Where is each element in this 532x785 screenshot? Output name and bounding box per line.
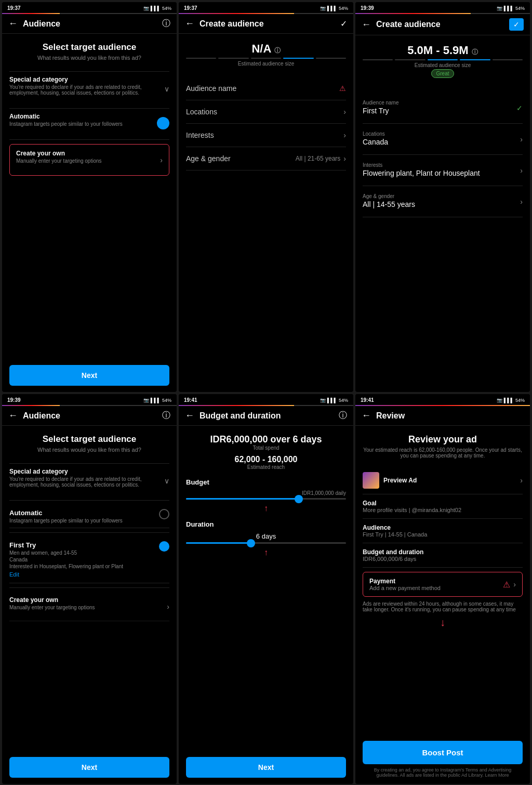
automatic-row[interactable]: Automatic Instagram targets people simil… bbox=[9, 113, 169, 133]
nav-title-4: Audience bbox=[23, 411, 162, 421]
age-gender-chevron[interactable]: › bbox=[343, 154, 346, 163]
first-try-option[interactable]: First Try Men and women, aged 14-55 Cana… bbox=[9, 537, 169, 583]
page-title-4: Select target audience bbox=[9, 434, 169, 444]
automatic-radio-4[interactable] bbox=[159, 509, 169, 519]
battery-2: 54% bbox=[339, 6, 348, 11]
info-icon-1[interactable]: ⓘ bbox=[162, 18, 170, 29]
budget-duration-row: Budget and duration IDR6,000,000/6 days bbox=[363, 543, 523, 568]
nav-title-1: Audience bbox=[23, 19, 162, 29]
payment-chevron[interactable]: › bbox=[513, 580, 516, 588]
locations-row[interactable]: Locations › bbox=[186, 100, 346, 124]
age-gender-row-3[interactable]: Age & gender All | 14-55 years › bbox=[363, 186, 523, 217]
special-ad-info: Special ad category You're required to d… bbox=[9, 76, 164, 102]
screen6-content: Review your ad Your estimated reach is 6… bbox=[355, 426, 530, 735]
age-gender-row[interactable]: Age & gender All | 21-65 years › bbox=[186, 147, 346, 171]
budget-header: IDR6,000,000 over 6 days Total spend bbox=[186, 434, 346, 451]
back-button-1[interactable]: ← bbox=[8, 18, 18, 29]
next-button-5[interactable]: Next bbox=[186, 757, 346, 778]
locations-chevron[interactable]: › bbox=[343, 108, 346, 116]
duration-thumb[interactable] bbox=[247, 539, 255, 547]
payment-alert-icon: ⚠ bbox=[503, 580, 510, 590]
next-button-1[interactable]: Next bbox=[9, 365, 169, 386]
budget-fill bbox=[186, 498, 298, 500]
alert-icon-name: ⚠ bbox=[339, 84, 346, 93]
size-bar-3 bbox=[251, 58, 281, 59]
payment-label: Payment bbox=[369, 578, 441, 585]
back-button-4[interactable]: ← bbox=[8, 410, 18, 421]
preview-ad-row[interactable]: Preview Ad › bbox=[363, 467, 523, 494]
nav-title-2: Create audience bbox=[200, 19, 340, 29]
create-own-chevron-4[interactable]: › bbox=[167, 603, 169, 611]
automatic-info-4: Automatic Instagram targets people simil… bbox=[9, 509, 155, 524]
create-own-desc-4: Manually enter your targeting options bbox=[9, 605, 95, 610]
info-icon-4[interactable]: ⓘ bbox=[162, 410, 170, 421]
size-sub-3: Estimated audience size bbox=[363, 62, 523, 68]
payment-row[interactable]: Payment Add a new payment method ⚠ › bbox=[363, 572, 523, 597]
locations-info-3: Locations Canada bbox=[363, 131, 388, 147]
status-icons-4: 📷 ▌▌▌ 54% bbox=[143, 398, 171, 403]
progress-bar-1 bbox=[2, 13, 177, 14]
budget-arrow: ↑ bbox=[186, 504, 346, 513]
budget-value-label: IDR1,000,000 daily bbox=[186, 490, 346, 496]
info-icon-size: ⓘ bbox=[274, 47, 281, 54]
camera-icon-3: 📷 bbox=[497, 6, 502, 11]
create-own-row-4[interactable]: Create your own Manually enter your targ… bbox=[9, 592, 169, 621]
interests-row[interactable]: Interests › bbox=[186, 124, 346, 147]
progress-bar-6 bbox=[355, 405, 530, 406]
audience-size-section: N/A ⓘ Estimated audience size bbox=[186, 42, 346, 67]
down-arrow: ↓ bbox=[363, 617, 523, 629]
size-bar-3-4 bbox=[460, 59, 490, 60]
budget-duration-value: IDR6,000,000/6 days bbox=[363, 556, 423, 562]
boost-button[interactable]: Boost Post bbox=[363, 741, 523, 764]
budget-thumb[interactable] bbox=[295, 495, 303, 503]
nav-title-6: Review bbox=[376, 411, 524, 421]
edit-link[interactable]: Edit bbox=[9, 571, 19, 578]
bottom-area-4: Next bbox=[2, 751, 177, 784]
info-icon-5[interactable]: ⓘ bbox=[339, 410, 347, 421]
time-4: 19:39 bbox=[7, 397, 21, 403]
interests-label-2: Interests bbox=[186, 131, 214, 139]
progress-fill-1 bbox=[2, 13, 60, 14]
audience-name-row-3[interactable]: Audience name First Try ✓ bbox=[363, 93, 523, 124]
check-button-3[interactable]: ✓ bbox=[509, 18, 524, 31]
status-icons-2: 📷 ▌▌▌ 54% bbox=[320, 6, 348, 11]
time-5: 19:41 bbox=[184, 397, 197, 403]
locations-label-2: Locations bbox=[186, 108, 217, 116]
create-own-info-4: Create your own Manually enter your targ… bbox=[9, 596, 95, 617]
progress-fill-4 bbox=[2, 405, 60, 406]
next-button-4[interactable]: Next bbox=[9, 757, 169, 778]
interests-chevron-3[interactable]: › bbox=[520, 166, 523, 175]
payment-value: Add a new payment method bbox=[369, 585, 441, 591]
special-ad-chevron-4[interactable]: ∨ bbox=[164, 477, 169, 485]
screen4-audience-selected: 19:39 📷 ▌▌▌ 54% ← Audience ⓘ Select targ… bbox=[2, 394, 177, 784]
time-2: 19:37 bbox=[184, 5, 197, 11]
back-button-6[interactable]: ← bbox=[362, 410, 371, 421]
audience-name-row[interactable]: Audience name ⚠ bbox=[186, 77, 346, 100]
age-gender-chevron-3[interactable]: › bbox=[520, 198, 523, 206]
back-button-2[interactable]: ← bbox=[185, 18, 194, 29]
locations-row-3[interactable]: Locations Canada › bbox=[363, 124, 523, 155]
goal-row: Goal More profile visits | @miranda.knig… bbox=[363, 494, 523, 519]
size-sub-2: Estimated audience size bbox=[186, 61, 346, 67]
create-own-chevron[interactable]: › bbox=[160, 156, 163, 164]
automatic-option-4[interactable]: Automatic Instagram targets people simil… bbox=[9, 505, 169, 528]
battery-1: 54% bbox=[162, 6, 171, 11]
interests-row-3[interactable]: Interests Flowering plant, Plant or Hous… bbox=[363, 155, 523, 186]
create-own-row-highlighted[interactable]: Create your own Manually enter your targ… bbox=[9, 144, 169, 176]
back-button-3[interactable]: ← bbox=[362, 19, 371, 30]
interests-chevron[interactable]: › bbox=[343, 131, 346, 139]
budget-slider[interactable] bbox=[186, 498, 346, 500]
back-button-5[interactable]: ← bbox=[185, 410, 194, 421]
battery-4: 54% bbox=[162, 398, 171, 403]
battery-3: 54% bbox=[515, 6, 525, 11]
first-try-radio[interactable] bbox=[159, 541, 169, 552]
status-icons-1: 📷 ▌▌▌ 54% bbox=[143, 6, 171, 11]
preview-ad-chevron[interactable]: › bbox=[520, 476, 523, 485]
create-own-label-4: Create your own bbox=[9, 596, 95, 604]
page-subtitle-4: What results would you like from this ad… bbox=[9, 447, 169, 453]
check-icon-2[interactable]: ✓ bbox=[340, 19, 347, 29]
duration-slider[interactable] bbox=[186, 542, 346, 544]
special-ad-chevron[interactable]: ∨ bbox=[164, 85, 169, 93]
automatic-toggle[interactable] bbox=[157, 117, 169, 129]
locations-chevron-3[interactable]: › bbox=[520, 135, 523, 143]
